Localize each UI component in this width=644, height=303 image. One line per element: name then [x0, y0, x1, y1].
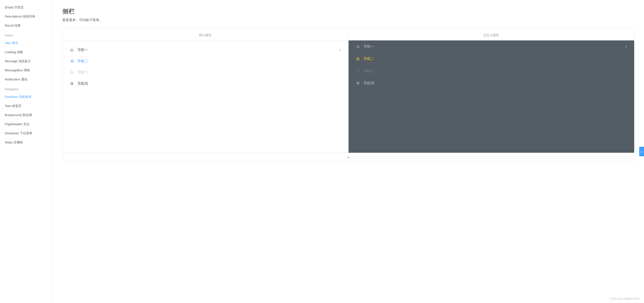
- sidebar-item-result[interactable]: Result 结果: [0, 21, 52, 30]
- nav1-chevron: ∨: [339, 48, 341, 52]
- sidebar-item-empty[interactable]: Empty 空状态: [0, 3, 52, 12]
- nav-dark-item-3: ☰ 导航三: [348, 65, 634, 77]
- sidebar-item-message[interactable]: Message 消息提示: [0, 57, 52, 66]
- demo-inner: 默认颜色 ◎ 导航一 ∨ ⊞ 导航二 ☰ 导航三: [62, 28, 634, 153]
- sidebar: Empty 空状态 Descriptions 描述列表 Result 结果 No…: [0, 0, 53, 303]
- nav-dark-container: ◎ 导航一 ∨ ⊞ 导航二 ☰ 导航三: [348, 40, 634, 153]
- sidebar-section-navigation: Navigation: [0, 84, 52, 92]
- scroll-indicator[interactable]: ▼: [62, 153, 634, 162]
- nav-dark1-chevron: ∨: [625, 45, 627, 48]
- nav-default-item-4[interactable]: ⚙ 导航四: [62, 78, 348, 89]
- nav4-icon: ⚙: [70, 81, 74, 86]
- nav2-label: 导航二: [78, 59, 88, 63]
- sidebar-section-notice: Notice: [0, 30, 52, 38]
- demo-container: 默认颜色 ◎ 导航一 ∨ ⊞ 导航二 ☰ 导航三: [62, 28, 634, 162]
- page-title: 侧栏: [62, 7, 634, 15]
- nav-dark3-icon: ☰: [356, 69, 360, 73]
- sidebar-item-loading[interactable]: Loading 加载: [0, 48, 52, 57]
- default-section-title: 默认颜色: [62, 33, 348, 40]
- nav3-icon: ☰: [70, 70, 74, 75]
- sidebar-item-messagebox[interactable]: MessageBox 弹框: [0, 66, 52, 75]
- watermark: CSDN @准大数据分析师: [610, 297, 639, 301]
- sidebar-item-steps[interactable]: Steps 步骤条: [0, 138, 52, 147]
- sidebar-item-pageheader[interactable]: PageHeader 页头: [0, 120, 52, 129]
- scroll-up-button[interactable]: ▲: [639, 147, 644, 156]
- nav-dark2-label: 导航二: [364, 56, 374, 61]
- nav-dark4-label: 导航四: [364, 81, 374, 85]
- nav-dark1-label: 导航一: [364, 44, 374, 49]
- custom-section-title: 自定义颜色: [348, 28, 634, 40]
- scroll-down-icon: ▼: [347, 156, 350, 159]
- sidebar-item-tabs[interactable]: Tabs 标签页: [0, 101, 52, 111]
- nav-default-item-2[interactable]: ⊞ 导航二: [62, 55, 348, 67]
- nav1-label: 导航一: [78, 48, 88, 52]
- sidebar-item-navmenu[interactable]: NavMenu 导航菜单: [0, 92, 52, 101]
- nav-dark3-label: 导航三: [364, 69, 374, 73]
- sidebar-item-breadcrumb[interactable]: Breadcrumb 面包屑: [0, 111, 52, 120]
- nav-dark-item-1[interactable]: ◎ 导航一 ∨: [348, 40, 634, 53]
- main-content: 侧栏 垂直菜单，可内嵌子菜单。 默认颜色 ◎ 导航一 ∨ ⊞ 导航二: [53, 0, 644, 303]
- sidebar-item-notification[interactable]: Notification 通知: [0, 75, 52, 84]
- nav3-label: 导航三: [78, 70, 88, 75]
- nav2-icon: ⊞: [70, 59, 74, 63]
- sidebar-item-alert[interactable]: Alert 警告: [0, 38, 52, 48]
- nav-dark2-icon: ⊞: [356, 56, 360, 61]
- nav-default-item-3: ☰ 导航三: [62, 67, 348, 78]
- nav4-label: 导航四: [78, 81, 88, 86]
- page-description: 垂直菜单，可内嵌子菜单。: [62, 18, 634, 22]
- sidebar-item-dropdown[interactable]: Dropdown 下拉菜单: [0, 129, 52, 138]
- scroll-up-icon: ▲: [640, 150, 643, 153]
- nav-default-item-1[interactable]: ◎ 导航一 ∨: [62, 44, 348, 55]
- nav1-icon: ◎: [70, 48, 74, 52]
- sidebar-item-descriptions[interactable]: Descriptions 描述列表: [0, 12, 52, 21]
- custom-color-section: 自定义颜色 ◎ 导航一 ∨ ⊞ 导航二 ☰: [348, 28, 634, 153]
- nav-dark-item-2[interactable]: ⊞ 导航二: [348, 53, 634, 65]
- default-color-section: 默认颜色 ◎ 导航一 ∨ ⊞ 导航二 ☰ 导航三: [62, 28, 348, 153]
- nav-dark-item-4[interactable]: ⚙ 导航四: [348, 77, 634, 89]
- nav-dark1-icon: ◎: [356, 44, 360, 49]
- nav-dark4-icon: ⚙: [356, 81, 360, 85]
